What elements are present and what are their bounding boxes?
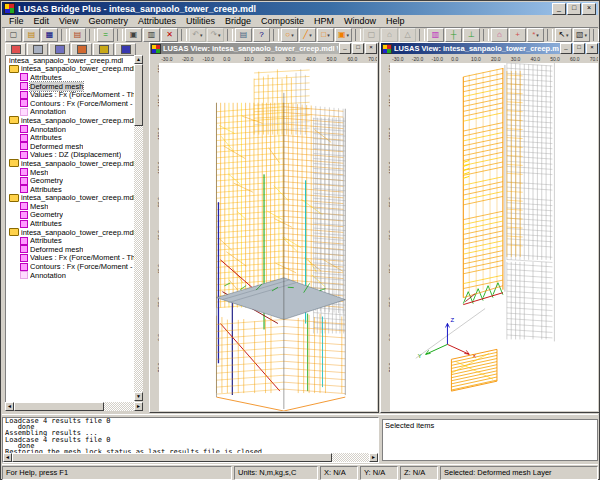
attribute-assign-button[interactable]: *▾ — [527, 28, 544, 42]
tree-item[interactable]: Values : Fx (Force/Moment - Thick 3D Bea… — [6, 254, 134, 263]
folder-icon — [9, 159, 19, 167]
undo-icon: ↶ — [192, 31, 199, 39]
menu-utilities[interactable]: Utilities — [181, 16, 220, 26]
tree-item[interactable]: Annotation — [6, 271, 134, 280]
select-cursor-button[interactable]: ↖▾ — [555, 28, 572, 42]
tree-group[interactable]: intesa_sanpaolo_tower_creep.mdl Window 4 — [6, 194, 134, 203]
mesh-lines-button[interactable]: ▥ — [427, 28, 444, 42]
app-titlebar[interactable]: LUSAS Bridge Plus - intesa_sanpaolo_towe… — [2, 2, 598, 15]
save-button[interactable]: ▦ — [41, 28, 58, 42]
tree-item[interactable]: Values : DZ (Displacement) — [6, 151, 134, 160]
volume-tool-button[interactable]: ▣▾ — [335, 28, 352, 42]
attributes-home-button[interactable]: ⌂ — [491, 28, 508, 42]
menu-geometry[interactable]: Geometry — [83, 16, 133, 26]
tree-item[interactable]: Contours : Fx (Force/Moment - Thick 3D B… — [6, 262, 134, 271]
tree-item[interactable]: Annotation — [6, 108, 134, 117]
mesh-volumes-button[interactable]: ⊥ — [463, 28, 480, 42]
model-canvas-2[interactable]: ZXY — [390, 63, 598, 411]
view-window-2-titlebar[interactable]: LUSAS View: intesa_sanpaolo_tower_creep.… — [381, 43, 599, 54]
menu-hpm[interactable]: HPM — [309, 16, 339, 26]
scroll-down-icon[interactable]: ▼ — [134, 392, 143, 401]
tree-group[interactable]: intesa_sanpaolo_tower_creep.mdl Window 2 — [6, 65, 134, 74]
tree-item[interactable]: Attributes — [6, 185, 134, 194]
surface-tool-button[interactable]: □▾ — [317, 28, 334, 42]
menu-view[interactable]: View — [54, 16, 83, 26]
tree-hscroll-thumb[interactable] — [14, 402, 104, 411]
scroll-up-icon[interactable]: ▲ — [134, 55, 143, 64]
scroll-left-icon[interactable]: ◄ — [5, 402, 14, 411]
maximize-button[interactable]: □ — [567, 3, 581, 15]
scroll-right-icon[interactable]: ► — [369, 453, 378, 462]
menu-edit[interactable]: Edit — [29, 16, 55, 26]
tree-item[interactable]: Geometry — [6, 176, 134, 185]
menu-attributes[interactable]: Attributes — [133, 16, 181, 26]
tree-horizontal-scrollbar[interactable]: ◄ ► — [5, 402, 143, 411]
equivalence-icon: = — [103, 31, 108, 39]
view-window-1-titlebar[interactable]: LUSAS View: intesa_sanpaolo_tower_creep.… — [150, 43, 378, 54]
tree-item[interactable]: Deformed mesh — [6, 142, 134, 151]
dynamic-view-button[interactable]: △ — [399, 28, 416, 42]
view2-close-button[interactable]: × — [586, 43, 598, 54]
tree-item[interactable]: Deformed mesh — [6, 82, 134, 91]
selected-items-panel[interactable]: Selected items — [382, 419, 598, 461]
menu-bridge[interactable]: Bridge — [220, 16, 256, 26]
delete-button[interactable]: ✕ — [161, 28, 178, 42]
print-button[interactable]: ▤ — [235, 28, 252, 42]
close-button[interactable]: × — [582, 3, 596, 15]
tree-item[interactable]: Values : Fx (Force/Moment - Thick 3D Bea… — [6, 90, 134, 99]
view2-maximize-button[interactable]: □ — [573, 43, 585, 54]
open-button[interactable]: ▤ — [23, 28, 40, 42]
ruler-label: 50.0 — [327, 56, 337, 62]
line-tool-button[interactable]: ╱▾ — [299, 28, 316, 42]
tree-item[interactable]: Mesh — [6, 168, 134, 177]
menu-file[interactable]: File — [4, 16, 29, 26]
copy-button[interactable]: ▣ — [125, 28, 142, 42]
tree-item[interactable]: Mesh — [6, 202, 134, 211]
context-help-button[interactable]: ? — [253, 28, 270, 42]
view-window-2[interactable]: LUSAS View: intesa_sanpaolo_tower_creep.… — [380, 42, 600, 413]
home-view-button[interactable]: ⌂ — [381, 28, 398, 42]
open-results-button[interactable]: ▤ — [69, 28, 86, 42]
menu-help[interactable]: Help — [381, 16, 410, 26]
tree-vertical-scrollbar[interactable]: ▲ ▼ — [134, 55, 143, 401]
tree-item[interactable]: Contours : Fx (Force/Moment - Thick 3D B… — [6, 99, 134, 108]
undo-button[interactable]: ↶▾ — [189, 28, 206, 42]
new-window-button[interactable]: ▢ — [363, 28, 380, 42]
attribute-add-button[interactable]: + — [509, 28, 526, 42]
scroll-left-icon[interactable]: ◄ — [3, 453, 12, 462]
tree-item[interactable]: Attributes — [6, 219, 134, 228]
minimize-button[interactable]: _ — [552, 3, 566, 15]
mesh-surfaces-button[interactable]: ┼ — [445, 28, 462, 42]
tree-item[interactable]: Attributes — [6, 73, 134, 82]
menu-composite[interactable]: Composite — [256, 16, 309, 26]
volume-tool-icon: ▣ — [338, 31, 346, 39]
log-horizontal-scrollbar[interactable]: ◄ ► — [3, 453, 378, 462]
point-tool-button[interactable]: ○▾ — [281, 28, 298, 42]
paste-button[interactable]: ▥ — [143, 28, 160, 42]
tree-vscroll-thumb[interactable] — [134, 64, 143, 126]
tree-group[interactable]: intesa_sanpaolo_tower_creep.mdl Window 1 — [6, 116, 134, 125]
view1-close-button[interactable]: × — [365, 43, 377, 54]
tree-item[interactable]: Geometry — [6, 211, 134, 220]
tree-item[interactable]: Attributes — [6, 236, 134, 245]
view2-minimize-button[interactable]: _ — [560, 43, 572, 54]
tree-group[interactable]: intesa_sanpaolo_tower_creep.mdl Window 6 — [6, 228, 134, 237]
menu-window[interactable]: Window — [339, 16, 381, 26]
redo-button[interactable]: ↷▾ — [207, 28, 224, 42]
select-box-button[interactable]: ▧▾ — [573, 28, 590, 42]
log-hscroll-thumb[interactable] — [12, 453, 332, 462]
scroll-right-icon[interactable]: ► — [134, 402, 143, 411]
model-canvas-1[interactable] — [159, 63, 377, 411]
view1-maximize-button[interactable]: □ — [352, 43, 364, 54]
tree-item[interactable]: Attributes — [6, 133, 134, 142]
new-button[interactable]: ▢ — [5, 28, 22, 42]
view1-minimize-button[interactable]: _ — [339, 43, 351, 54]
layers-tree[interactable]: intesa_sanpaolo_tower_creep.mdlintesa_sa… — [5, 55, 135, 403]
view-window-1[interactable]: LUSAS View: intesa_sanpaolo_tower_creep.… — [149, 42, 379, 413]
tree-item[interactable]: Annotation — [6, 125, 134, 134]
equivalence-button[interactable]: = — [97, 28, 114, 42]
tree-root[interactable]: intesa_sanpaolo_tower_creep.mdl — [6, 56, 134, 65]
tree-item[interactable]: Deformed mesh — [6, 245, 134, 254]
text-output-panel[interactable]: Loadcase 4 results file 0 doneAssembling… — [2, 417, 379, 463]
tree-group[interactable]: intesa_sanpaolo_tower_creep.mdl Window 3 — [6, 159, 134, 168]
